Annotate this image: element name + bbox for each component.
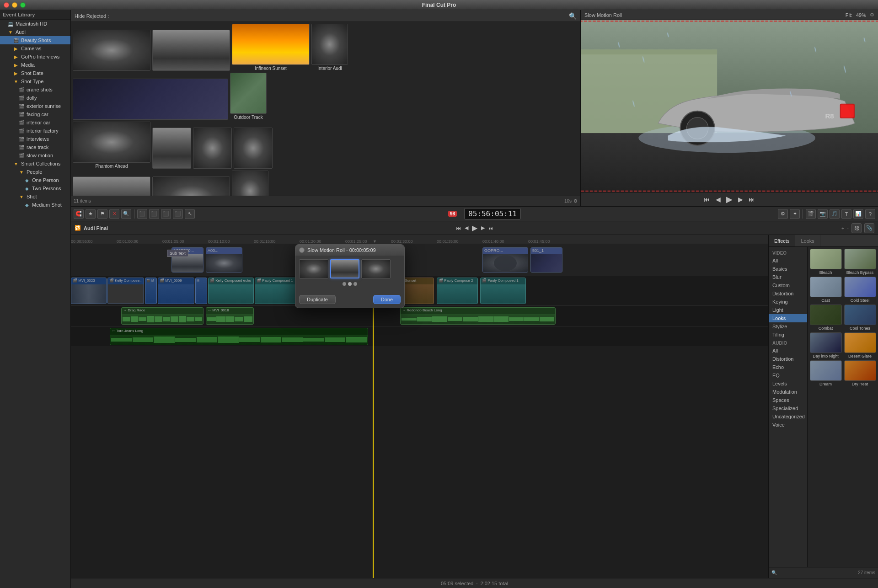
effect-cold-steel[interactable]: Cold Steel xyxy=(844,277,876,303)
track-clip-pauly2[interactable]: 🎬 Pauly Compose 2 xyxy=(437,278,478,304)
select-tool[interactable]: ↖ xyxy=(185,209,195,219)
dialog-dot[interactable] xyxy=(343,282,346,286)
view-mode-4[interactable]: T xyxy=(841,209,851,219)
effects-cat-specialized[interactable]: Specialized xyxy=(769,404,807,412)
sidebar-item-interior-car[interactable]: 🎬 interior car xyxy=(0,118,70,127)
view-mode-1[interactable]: 🎬 xyxy=(806,209,816,219)
play-pause-button[interactable]: ▶ xyxy=(472,224,477,232)
browser-grid[interactable]: Infineon Sunset Interior Audi xyxy=(71,22,580,196)
go-to-end-button[interactable]: ⏭ xyxy=(749,196,755,203)
view-button-3[interactable]: ⬛ xyxy=(161,209,171,219)
track-clip-kelly[interactable]: 🎬 Kelly Compose... xyxy=(107,278,144,304)
clip-thumbnail[interactable] xyxy=(152,30,230,71)
track-clip-kelly-echo[interactable]: 🎬 Kelly Composed echo xyxy=(208,278,254,304)
effects-cat-basics[interactable]: Basics xyxy=(769,265,807,273)
effects-cat-distortion[interactable]: Distortion xyxy=(769,289,807,298)
tab-effects[interactable]: Effects xyxy=(769,235,795,246)
step-forward-button[interactable]: ▶ xyxy=(738,196,743,203)
tab-looks[interactable]: Looks xyxy=(795,235,820,246)
effects-cat-stylize[interactable]: Stylize xyxy=(769,322,807,331)
track-clip-mvi0018[interactable]: ↔ MVI_0018 xyxy=(206,307,254,325)
sidebar-item-interviews[interactable]: 🎬 interviews xyxy=(0,135,70,143)
effects-cat-spaces[interactable]: Spaces xyxy=(769,396,807,404)
effects-cat-voice[interactable]: Voice xyxy=(769,421,807,429)
sidebar-item-medium-shot[interactable]: ◆ Medium Shot xyxy=(0,201,70,209)
next-frame-button[interactable]: ▶ xyxy=(481,225,485,231)
dialog-close-button[interactable] xyxy=(299,247,305,253)
dialog-dot[interactable] xyxy=(348,282,352,286)
track-clip[interactable]: GOPRO... xyxy=(482,247,528,273)
clip-thumbnail[interactable] xyxy=(232,171,268,196)
clip-wrapper[interactable] xyxy=(152,30,230,71)
sidebar-item-smart-collections[interactable]: ▼ Smart Collections xyxy=(0,160,70,168)
effects-cat-levels[interactable]: Levels xyxy=(769,380,807,388)
sidebar-item-one-person[interactable]: ◆ One Person xyxy=(0,176,70,184)
goto-end-button[interactable]: ⏭ xyxy=(488,225,493,231)
help-button[interactable]: ? xyxy=(865,209,875,219)
effects-cat-all-audio[interactable]: All xyxy=(769,347,807,355)
track-clip[interactable]: 501_1 xyxy=(530,247,562,273)
sidebar-item-beauty-shots[interactable]: 🎬 Beauty Shots xyxy=(0,36,70,44)
sub-text-label[interactable]: Sub Text xyxy=(167,250,188,257)
close-button[interactable] xyxy=(4,2,9,8)
clip-wrapper-interior[interactable]: Interior Audi xyxy=(311,24,348,71)
search-icon[interactable]: 🔍 xyxy=(771,570,777,575)
clip-wrapper-phantom[interactable]: Phantom Ahead xyxy=(73,122,150,169)
star-button[interactable]: ★ xyxy=(86,209,96,219)
search-icon[interactable]: 🔍 xyxy=(569,12,577,20)
effects-cat-uncategorized[interactable]: Uncategorized xyxy=(769,412,807,421)
effect-day-into-night[interactable]: Day into Night xyxy=(809,332,842,358)
clip-thumbnail[interactable] xyxy=(232,24,310,65)
duplicate-button[interactable]: Duplicate xyxy=(299,295,336,304)
sidebar-item-audi[interactable]: ▼ Audi xyxy=(0,28,70,36)
track-clip-redondo[interactable]: ↔ Redondo Beach Long xyxy=(400,307,556,325)
track-clip-pauly3[interactable]: 🎬 Pauly Composed 1 xyxy=(480,278,526,304)
settings-button[interactable]: ⚙ xyxy=(778,209,788,219)
clip-thumbnail[interactable] xyxy=(234,128,273,169)
minimize-button[interactable] xyxy=(12,2,17,8)
clip-wrapper-outdoor[interactable]: Outdoor Track xyxy=(230,73,267,120)
clip-wrapper[interactable] xyxy=(234,128,273,169)
sidebar-item-interior-factory[interactable]: 🎬 interior factory xyxy=(0,127,70,135)
sidebar-item-exterior-sunrise[interactable]: 🎬 exterior sunrise xyxy=(0,102,70,110)
done-button[interactable]: Done xyxy=(373,295,401,304)
effects-button[interactable]: ✦ xyxy=(790,209,800,219)
clip-wrapper-infineon[interactable]: Infineon Sunset xyxy=(232,24,310,71)
effects-cat-tiling[interactable]: Tiling xyxy=(769,331,807,339)
effects-cat-modulation[interactable]: Modulation xyxy=(769,388,807,396)
track-clip[interactable]: A00... xyxy=(206,247,242,273)
sidebar-item-dolly[interactable]: 🎬 dolly xyxy=(0,94,70,102)
clip-thumbnail[interactable] xyxy=(311,24,348,65)
viewer-settings-icon[interactable]: ⚙ xyxy=(870,12,874,18)
dialog-clip-1[interactable] xyxy=(299,259,328,278)
sidebar-item-race-track[interactable]: 🎬 race track xyxy=(0,143,70,151)
dialog-clip-3[interactable] xyxy=(361,259,391,278)
view-mode-3[interactable]: 🎵 xyxy=(830,209,840,219)
prev-frame-button[interactable]: ◀ xyxy=(465,225,468,231)
sidebar-item-macintosh-hd[interactable]: 💻 Macintosh HD xyxy=(0,20,70,28)
track-clip-pauly1[interactable]: 🎬 Pauly Composed 1 xyxy=(255,278,300,304)
window-controls[interactable] xyxy=(4,2,26,8)
effect-combat[interactable]: Combat xyxy=(809,305,842,331)
step-back-button[interactable]: ◀ xyxy=(716,196,721,203)
sidebar-item-media[interactable]: ▶ Media xyxy=(0,61,70,69)
effects-cat-all-video[interactable]: All xyxy=(769,257,807,265)
flag-button[interactable]: ⚑ xyxy=(97,209,107,219)
sidebar-item-shot-type[interactable]: ▼ Shot Type xyxy=(0,77,70,86)
sidebar-item-gopro[interactable]: ▶ GoPro Interviews xyxy=(0,53,70,61)
effect-cast[interactable]: Cast xyxy=(809,277,842,303)
track-clip-m1[interactable]: 🎬 M xyxy=(145,278,157,304)
timeline-tracks[interactable]: A007C00... A00... Sub Text GOPRO... xyxy=(71,244,768,578)
effects-cat-echo[interactable]: Echo xyxy=(769,363,807,371)
effects-cat-looks[interactable]: Looks xyxy=(769,314,807,322)
dialog-clip-2[interactable] xyxy=(330,259,359,278)
view-button-1[interactable]: ⬛ xyxy=(137,209,147,219)
effects-cat-eq[interactable]: EQ xyxy=(769,371,807,380)
clip-wrapper[interactable] xyxy=(73,176,150,196)
track-clip-drag-race[interactable]: ↔ Drag Race xyxy=(121,307,203,325)
reject-button[interactable]: ✕ xyxy=(109,209,119,219)
sidebar-item-crane-shots[interactable]: 🎬 crane shots xyxy=(0,86,70,94)
sidebar-item-shot[interactable]: ▼ Shot xyxy=(0,192,70,201)
sidebar-item-cameras[interactable]: ▶ Cameras xyxy=(0,44,70,53)
clip-wrapper[interactable] xyxy=(193,128,232,169)
